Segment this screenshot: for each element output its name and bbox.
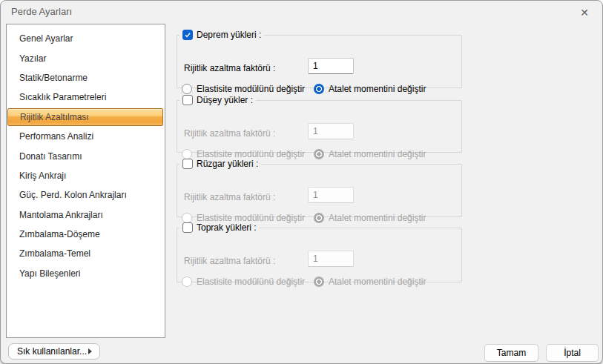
checkbox-ruzgar-yukleri[interactable] — [182, 159, 193, 169]
checkbox-deprem-yukleri[interactable] — [182, 30, 193, 40]
sidebar-item-zimbalama-doseme[interactable]: Zımbalama-Döşeme — [7, 225, 165, 244]
group-ruzgar-yukleri: Rüzgar yükleri : Rijitlik azaltma faktör… — [177, 159, 462, 217]
radio-option-atalet[interactable]: Atalet momentini değiştir — [314, 84, 426, 94]
factor-label: Rijitlik azaltma faktörü : — [184, 63, 275, 73]
favorites-button[interactable]: Sık kullanılanlar... — [8, 343, 100, 360]
radio-option-atalet: Atalet momentini değiştir — [314, 149, 426, 159]
factor-input — [308, 251, 354, 267]
close-button[interactable]: ✕ — [574, 4, 595, 21]
factor-label: Rijitlik azaltma faktörü : — [184, 256, 275, 266]
group-toprak-yukleri: Toprak yükleri : Rijitlik azaltma faktör… — [177, 222, 462, 282]
sidebar-item-kiris-ankraji[interactable]: Kiriş Ankrajı — [7, 166, 165, 185]
radio-icon — [182, 84, 192, 94]
sidebar-item-genel-ayarlar[interactable]: Genel Ayarlar — [7, 29, 165, 48]
group-deprem-yukleri: Deprem yükleri : Rijitlik azaltma faktör… — [177, 30, 462, 88]
check-icon — [184, 31, 191, 39]
sidebar-item-zimbalama-temel[interactable]: Zımbalama-Temel — [7, 244, 165, 263]
factor-input[interactable] — [308, 58, 354, 74]
sidebar-item-donati-tasarimi[interactable]: Donatı Tasarımı — [7, 146, 165, 165]
radio-option-elastisite: Elastisite modülünü değiştir — [182, 213, 305, 223]
factor-input — [308, 123, 354, 139]
radio-icon — [182, 213, 192, 223]
factor-label: Rijitlik azaltma faktörü : — [184, 128, 275, 139]
checkbox-toprak-yukleri[interactable] — [182, 222, 193, 233]
ok-label: Tamam — [497, 348, 526, 358]
perde-ayarlari-dialog: Perde Ayarları ✕ Genel Ayarlar Yazılar S… — [0, 0, 603, 364]
radio-icon — [314, 149, 324, 159]
radio-label: Atalet momentini değiştir — [329, 213, 426, 223]
radio-icon — [182, 149, 192, 159]
radio-label: Atalet momentini değiştir — [329, 277, 426, 287]
settings-category-list: Genel Ayarlar Yazılar Statik/Betonarme S… — [6, 24, 165, 338]
sidebar-item-guc-perd-kolon-ankrajlari[interactable]: Güç. Perd. Kolon Ankrajları — [7, 185, 165, 205]
radio-icon — [314, 277, 324, 287]
radio-icon — [314, 213, 324, 223]
checkbox-dusey-yukler[interactable] — [182, 95, 193, 105]
sidebar-item-yapi-bilesenleri[interactable]: Yapı Bileşenleri — [7, 264, 165, 283]
ok-button[interactable]: Tamam — [484, 344, 538, 362]
sidebar-item-mantolama-ankrajlari[interactable]: Mantolama Ankrajları — [7, 205, 165, 225]
group-title: Düşey yükler : — [197, 95, 253, 105]
dialog-title: Perde Ayarları — [11, 1, 72, 23]
arrow-right-icon — [88, 348, 92, 354]
group-title: Rüzgar yükleri : — [197, 159, 258, 169]
radio-label: Atalet momentini değiştir — [329, 149, 426, 159]
close-icon: ✕ — [580, 7, 589, 19]
radio-option-elastisite: Elastisite modülünü değiştir — [182, 149, 305, 159]
sidebar-item-sicaklik-parametreleri[interactable]: Sıcaklık Parametreleri — [7, 87, 165, 107]
sidebar-item-statik-betonarme[interactable]: Statik/Betonarme — [7, 68, 165, 87]
group-title: Deprem yükleri : — [197, 30, 261, 40]
radio-label: Elastisite modülünü değiştir — [197, 277, 305, 287]
radio-label: Atalet momentini değiştir — [329, 84, 426, 94]
radio-option-elastisite: Elastisite modülünü değiştir — [182, 277, 305, 287]
group-title: Toprak yükleri : — [197, 222, 257, 233]
cancel-label: İptal — [564, 348, 581, 358]
favorites-label: Sık kullanılanlar... — [17, 346, 87, 357]
titlebar: Perde Ayarları ✕ — [1, 1, 602, 23]
cancel-button[interactable]: İptal — [546, 344, 599, 362]
radio-label: Elastisite modülünü değiştir — [197, 213, 305, 223]
sidebar-item-yazilar[interactable]: Yazılar — [7, 48, 165, 67]
radio-label: Elastisite modülünü değiştir — [197, 84, 305, 94]
radio-option-atalet: Atalet momentini değiştir — [314, 277, 426, 287]
radio-icon — [182, 277, 192, 287]
factor-label: Rijitlik azaltma faktörü : — [184, 192, 275, 202]
radio-icon — [314, 84, 324, 94]
radio-label: Elastisite modülünü değiştir — [197, 149, 305, 159]
sidebar-item-performans-analizi[interactable]: Performans Analizi — [7, 127, 165, 146]
radio-option-elastisite[interactable]: Elastisite modülünü değiştir — [182, 84, 305, 94]
radio-option-atalet: Atalet momentini değiştir — [314, 213, 426, 223]
factor-input — [308, 187, 354, 203]
group-dusey-yukler: Düşey yükler : Rijitlik azaltma faktörü … — [177, 95, 462, 153]
sidebar-item-rijitlik-azaltilmasi[interactable]: Rijitlik Azaltılması — [7, 108, 163, 126]
